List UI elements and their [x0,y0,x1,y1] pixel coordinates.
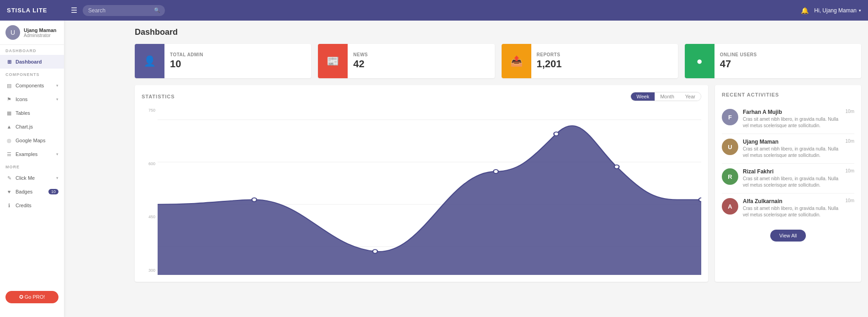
hamburger-icon[interactable]: ☰ [71,6,77,15]
recent-activities-panel: RECENT ACTIVITIES F Farhan A Mujib Cras … [715,85,861,282]
activity-text: Cras sit amet nibh libero, in gravida nu… [743,176,841,188]
section-label-dashboard: DASHBOARD [0,45,64,55]
stat-card-label: NEWS [353,52,368,57]
activity-text: Cras sit amet nibh libero, in gravida nu… [743,116,841,129]
chevron-right-icon: ▾ [56,83,58,88]
activity-time: 10m [846,139,854,144]
statistics-panel: STATISTICS Week Month Year 750 600 450 3… [135,85,708,282]
section-label-components: COMPONENTS [0,69,64,79]
stat-card-label: ONLINE USERS [720,52,757,57]
components-icon: ▤ [5,82,13,89]
activity-time: 10m [846,109,854,114]
badge-count: 10 [48,189,58,194]
sidebar-item-icons[interactable]: ⚑ Icons ▾ [0,92,64,106]
sidebar-user: U Ujang Maman Administrator [0,21,64,45]
chevron-right-icon: ▾ [56,97,58,102]
chart-icon: ▲ [5,123,13,130]
sidebar-item-googlemaps[interactable]: ◎ Google Maps [0,134,64,147]
y-label-750: 750 [142,108,158,113]
y-label-450: 450 [142,215,158,219]
sidebar-item-tables[interactable]: ▦ Tables [0,106,64,120]
sidebar-item-clickme[interactable]: ✎ Click Me ▾ [0,171,64,185]
svg-point-9 [699,198,701,201]
sidebar-item-chartjs[interactable]: ▲ Chart.js [0,120,64,134]
chart-container: 750 600 450 300 [142,106,701,275]
sidebar-item-label: Icons [16,97,27,102]
stat-card-online-users: ● ONLINE USERS 47 [685,44,861,78]
svg-point-4 [252,198,257,201]
stat-card-label: REPORTS [537,52,562,57]
statistics-chart [158,106,701,275]
brand-logo: STISLA LITE [0,0,64,21]
sidebar-item-label: Chart.js [16,124,33,129]
y-label-300: 300 [142,268,158,273]
activity-time: 10m [846,168,854,173]
avatar: F [722,109,738,125]
activity-text: Cras sit amet nibh libero, in gravida nu… [743,205,841,218]
stat-card-value: 42 [353,58,368,70]
activity-name: Rizal Fakhri [743,168,841,175]
activity-name: Alfa Zulkarnain [743,198,841,204]
view-all-button[interactable]: View All [770,230,806,242]
content-grid: STATISTICS Week Month Year 750 600 450 3… [135,85,861,282]
sidebar-item-examples[interactable]: ☰ Examples ▾ [0,147,64,161]
stat-card-label: TOTAL ADMIN [170,52,203,57]
chart-y-labels: 750 600 450 300 [142,106,158,275]
activity-item: F Farhan A Mujib Cras sit amet nibh libe… [722,104,854,134]
stat-card-news: 📰 NEWS 42 [318,44,494,78]
notification-bell-icon[interactable]: 🔔 [801,7,809,14]
chevron-right-icon: ▾ [56,176,58,180]
chevron-right-icon: ▾ [56,152,58,156]
sidebar-item-label: Examples [16,151,37,157]
topbar-right: 🔔 Hi, Ujang Maman ▾ [801,7,861,14]
dashboard-icon: ⊞ [5,58,13,65]
badges-icon: ♥ [5,188,13,195]
sidebar-item-label: Dashboard [16,59,42,64]
user-name: Ujang Maman [24,27,57,33]
stat-card-value: 1,201 [537,58,562,70]
reports-icon: 📤 [502,44,531,78]
activity-time: 10m [846,198,854,203]
avatar: R [722,168,738,185]
svg-point-8 [614,165,619,169]
tab-year[interactable]: Year [680,92,701,101]
avatar: U [5,25,20,40]
stats-header: STATISTICS Week Month Year [142,92,701,101]
sidebar: STISLA LITE U Ujang Maman Administrator … [0,0,64,317]
section-label-more: MORE [0,161,64,171]
sidebar-item-credits[interactable]: ℹ Credits [0,199,64,212]
sidebar-item-components[interactable]: ▤ Components ▾ [0,79,64,92]
search-input[interactable] [83,5,165,16]
activities-title: RECENT ACTIVITIES [722,92,854,97]
activity-name: Farhan A Mujib [743,109,841,115]
sidebar-item-label: Tables [16,110,30,116]
online-users-icon: ● [685,44,715,78]
activity-item: U Ujang Maman Cras sit amet nibh libero,… [722,134,854,164]
click-icon: ✎ [5,174,13,182]
credits-icon: ℹ [5,202,13,209]
stat-card-value: 10 [170,58,203,70]
topbar-greeting: Hi, Ujang Maman [814,7,857,14]
topbar: ☰ 🔍 🔔 Hi, Ujang Maman ▾ [64,0,868,21]
page-title: Dashboard [135,27,861,37]
y-label-600: 600 [142,161,158,166]
chart-svg-area [158,106,701,275]
stat-card-total-admin: 👤 TOTAL ADMIN 10 [135,44,311,78]
sidebar-item-badges[interactable]: ♥ Badges 10 [0,185,64,199]
main-content: Dashboard 👤 TOTAL ADMIN 10 📰 NEWS 42 📤 R… [128,21,868,317]
sidebar-item-dashboard[interactable]: ⊞ Dashboard [0,55,64,69]
dropdown-arrow-icon: ▾ [859,8,861,13]
topbar-user[interactable]: Hi, Ujang Maman ▾ [814,7,861,14]
search-icon: 🔍 [154,7,160,13]
total-admin-icon: 👤 [135,44,164,78]
tab-week[interactable]: Week [631,92,655,101]
sidebar-item-label: Credits [16,203,32,208]
activity-item: R Rizal Fakhri Cras sit amet nibh libero… [722,164,854,193]
activity-item: A Alfa Zulkarnain Cras sit amet nibh lib… [722,193,854,223]
user-role: Administrator [24,33,57,38]
sidebar-item-label: Components [16,83,44,88]
avatar: A [722,198,738,215]
go-pro-button[interactable]: ✪ Go PRO! [5,291,58,303]
tab-month[interactable]: Month [655,92,680,101]
activity-name: Ujang Maman [743,139,841,145]
